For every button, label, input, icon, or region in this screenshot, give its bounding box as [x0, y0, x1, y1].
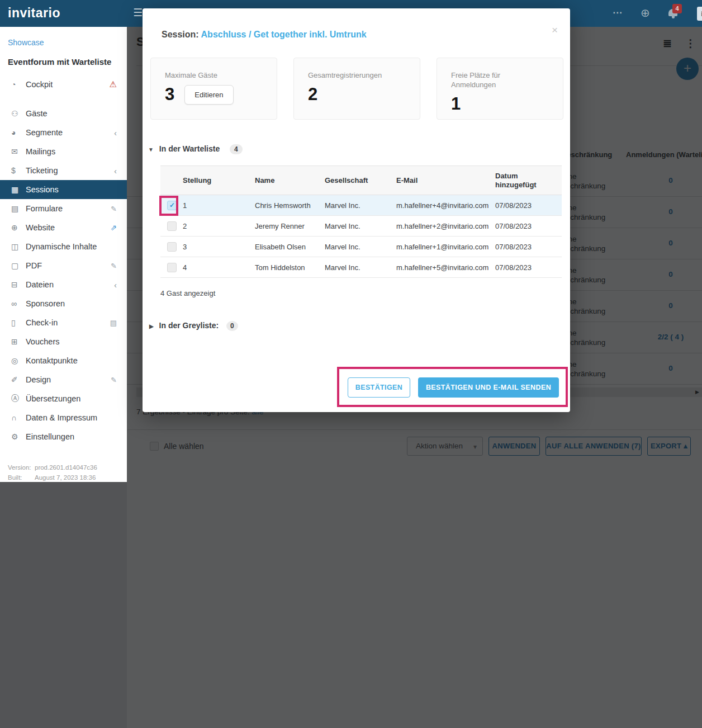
greylist-count-badge: 0 [226, 321, 238, 331]
stat-value: 3 [165, 84, 174, 105]
sidebar-item-label: Check-in [26, 318, 58, 327]
showcase-link[interactable]: Showcase [8, 38, 44, 47]
waitlist-table-header: Stellung Name Gesellschaft E-Mail Datum … [160, 166, 562, 195]
sidebar-item[interactable]: ▢ PDF ✎ [0, 256, 127, 275]
cell-email: m.hafellner+4@invitario.com [396, 201, 495, 210]
cell-name: Elisabeth Olsen [255, 243, 325, 251]
sidebar-item[interactable]: ⚙ Einstellungen [0, 427, 127, 446]
col-stellung: Stellung [183, 176, 255, 185]
cell-stellung: 2 [183, 222, 255, 230]
cell-email: m.hafellner+2@invitario.com [396, 222, 495, 230]
sidebar-item[interactable]: Ⓐ Übersetzungen [0, 389, 127, 408]
external-icon: ⇗ [110, 223, 117, 232]
sidebar-item[interactable]: ⊞ Vouchers [0, 332, 127, 351]
sidebar-item[interactable]: ✉ Mailings [0, 142, 127, 161]
sidebar-item[interactable]: ▤ Formulare ✎ [0, 199, 127, 218]
sidebar-item-icon: ∩ [11, 413, 26, 422]
sidebar-item-icon: ◕ [11, 128, 26, 137]
table-row[interactable]: 3 Elisabeth Olsen Marvel Inc. m.hafellne… [160, 237, 562, 257]
user-avatar[interactable]: i [697, 7, 702, 21]
hamburger-menu-icon[interactable]: ☰ [133, 6, 143, 19]
sidebar-item-icon: ✉ [11, 147, 26, 156]
confirm-and-email-button[interactable]: BESTÄTIGEN UND E-MAIL SENDEN [418, 377, 559, 398]
stat-value: 2 [308, 84, 317, 105]
sidebar-item-label: Einstellungen [26, 432, 74, 441]
more-options-icon[interactable]: ⋯ [613, 7, 623, 18]
collapse-triangle-icon[interactable]: ▼ [148, 146, 154, 153]
sidebar-item-label: Segmente [26, 128, 63, 137]
sidebar-item[interactable]: ⚇ Gäste [0, 104, 127, 123]
sidebar-item-icon: ▯ [11, 318, 26, 327]
col-gesellschaft: Gesellschaft [325, 176, 396, 185]
sidebar-item[interactable]: ⊟ Dateien ‹ [0, 275, 127, 294]
sidebar-item[interactable]: ◎ Kontaktpunkte [0, 351, 127, 370]
row-checkbox[interactable] [167, 263, 177, 272]
cell-gesellschaft: Marvel Inc. [325, 263, 396, 272]
table-row[interactable]: 4 Tom Hiddelston Marvel Inc. m.hafellner… [160, 257, 562, 278]
row-checkbox[interactable] [167, 221, 177, 231]
session-title-link[interactable]: Abschluss / Get together inkl. Umtrunk [201, 30, 367, 39]
sidebar-item[interactable]: ▦ Sessions [0, 180, 127, 199]
sidebar-item[interactable]: ◔ Cockpit ⚠ [0, 75, 127, 94]
edit-button[interactable]: Editieren [184, 85, 233, 105]
chevron-icon: ‹ [114, 166, 117, 176]
sidebar-item-label: Design [26, 375, 51, 384]
waitlist-section-header[interactable]: ▼ In der Warteliste 4 [148, 144, 243, 154]
sidebar-item[interactable]: ✐ Design ✎ [0, 370, 127, 389]
built-value: August 7, 2023 18:36 [35, 472, 96, 483]
sidebar-item-icon: ⚙ [11, 432, 26, 441]
sidebar-item[interactable]: ◫ Dynamische Inhalte [0, 237, 127, 256]
chevron-icon: ‹ [114, 128, 117, 138]
language-globe-icon[interactable]: ⊕ [641, 6, 650, 20]
cell-name: Tom Hiddelston [255, 263, 325, 272]
stats-cards: Maximale Gäste 3 Editieren Gesamtregistr… [150, 58, 563, 120]
sidebar-item-icon: ▤ [11, 204, 26, 213]
table-row[interactable]: 2 Jeremy Renner Marvel Inc. m.hafellner+… [160, 216, 562, 237]
sidebar-item-icon: ⚇ [11, 109, 26, 118]
sidebar-item[interactable]: ∩ Daten & Impressum [0, 408, 127, 427]
version-info: Version:prod.2601.d14047c36 Built:August… [8, 462, 97, 483]
sidebar-item-label: Sponsoren [26, 299, 65, 308]
sidebar-item-label: Ticketing [26, 166, 58, 175]
row-checkbox[interactable] [167, 201, 177, 210]
sidebar-item[interactable]: ▯ Check-in ▤ [0, 313, 127, 332]
stat-label: Maximale Gäste [165, 70, 249, 80]
sidebar-item[interactable]: ◕ Segmente ‹ [0, 123, 127, 142]
sidebar-item[interactable]: ∞ Sponsoren [0, 294, 127, 313]
sidebar-item-icon: ◫ [11, 242, 26, 251]
waitlist-rows: 1 Chris Hemsworth Marvel Inc. m.hafellne… [160, 195, 562, 278]
sidebar-item-label: Vouchers [26, 337, 59, 346]
cell-email: m.hafellner+5@invitario.com [396, 263, 495, 272]
cell-stellung: 4 [183, 263, 255, 272]
chevron-icon: ‹ [114, 280, 117, 290]
stat-card: Gesamtregistrierungen 2 [293, 58, 420, 120]
confirm-button[interactable]: BESTÄTIGEN [348, 377, 410, 398]
sidebar-item-label: Übersetzungen [26, 394, 80, 403]
stat-card: Freie Plätze für Anmeldungen 1 [437, 58, 563, 120]
cell-stellung: 3 [183, 243, 255, 251]
row-checkbox[interactable] [167, 242, 177, 252]
expand-triangle-icon[interactable]: ▶ [149, 323, 154, 329]
pencil-icon: ✎ [111, 205, 117, 213]
sidebar-item-icon: ◎ [11, 356, 26, 365]
stat-label: Gesamtregistrierungen [308, 70, 392, 80]
sidebar-item-icon: ⊕ [11, 223, 26, 232]
sidebar-item[interactable]: ⊕ Website ⇗ [0, 218, 127, 237]
cell-name: Chris Hemsworth [255, 201, 325, 210]
cell-gesellschaft: Marvel Inc. [325, 201, 396, 210]
table-row[interactable]: 1 Chris Hemsworth Marvel Inc. m.hafellne… [160, 195, 562, 216]
sidebar-item-icon: ⊟ [11, 280, 26, 289]
invitario-logo: invitario [8, 6, 60, 21]
col-name: Name [255, 176, 325, 185]
sidebar-item-icon: $ [11, 166, 26, 175]
notifications-badge: 4 [672, 4, 682, 13]
close-icon[interactable]: × [552, 24, 558, 36]
sidebar-item-icon: ∞ [11, 299, 26, 308]
cell-stellung: 1 [183, 201, 255, 210]
greylist-section-header[interactable]: ▶ In der Greyliste: 0 [149, 321, 238, 331]
sidebar-item[interactable]: $ Ticketing ‹ [0, 161, 127, 180]
warning-icon: ⚠ [110, 79, 117, 89]
sidebar-item-label: Mailings [26, 147, 55, 156]
sidebar-item-icon: ✐ [11, 375, 26, 384]
stat-label: Freie Plätze für Anmeldungen [451, 70, 535, 89]
